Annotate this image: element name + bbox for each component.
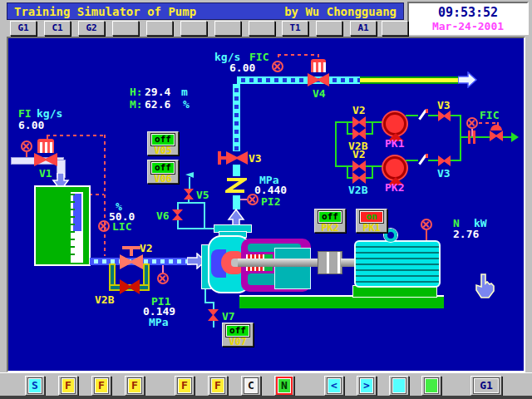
- bottom-button-f3-face[interactable]: F: [128, 378, 141, 393]
- sch-valve-v2-bot[interactable]: [352, 160, 366, 172]
- valve-v2[interactable]: [120, 254, 143, 269]
- clock-date: Mar-24-2001: [409, 20, 527, 32]
- pi2-tag: PI2: [261, 196, 280, 207]
- discharge-pipe-out: [360, 76, 460, 84]
- sch-fic-signal-v: [497, 122, 499, 129]
- sch-out-arrow-icon: [511, 132, 519, 142]
- chevron-left-icon[interactable]: <: [328, 378, 341, 393]
- bottom-button-f2-face[interactable]: F: [95, 378, 108, 393]
- switch-v05-state[interactable]: off: [151, 134, 175, 145]
- pi1-indicator-icon: [157, 273, 169, 284]
- bottom-button-c[interactable]: C: [241, 376, 261, 396]
- sch-fic-label: FIC: [480, 110, 499, 121]
- toolbar-button-12[interactable]: [382, 21, 408, 36]
- sch-fic-valve[interactable]: [490, 131, 503, 141]
- valve-v5[interactable]: [184, 189, 194, 200]
- motor-body[interactable]: [354, 240, 441, 288]
- switch-v07-state[interactable]: off: [226, 325, 249, 337]
- toolbar-button-10[interactable]: [316, 21, 342, 36]
- bottom-button-f1[interactable]: F: [58, 376, 78, 396]
- toolbar-button-8[interactable]: [249, 21, 275, 36]
- title-bar: Training Simulator of Pump by Wu Chonggu…: [7, 2, 404, 20]
- bottom-button-n[interactable]: N: [274, 376, 294, 396]
- switch-v06-state[interactable]: off: [151, 162, 175, 174]
- bottom-button-s[interactable]: S: [25, 376, 45, 396]
- bottom-button-prev[interactable]: <: [324, 376, 344, 396]
- clock-panel: 09:53:52 Mar-24-2001: [407, 2, 529, 35]
- bottom-button-f5-face[interactable]: F: [211, 378, 224, 393]
- sch-v3-bot-label: V3: [437, 168, 451, 179]
- motor-indicator-lead: [426, 230, 427, 240]
- toolbar-button-6[interactable]: [180, 21, 207, 36]
- switch-pk1-label: PK1: [357, 223, 387, 233]
- sch-valve-v2-top[interactable]: [352, 116, 366, 128]
- bottom-button-f2[interactable]: F: [91, 376, 111, 396]
- valve-v3-label: V3: [249, 153, 262, 164]
- head-unit: m: [181, 86, 188, 97]
- sch-pump-pk1[interactable]: [383, 112, 406, 135]
- bottom-button-green[interactable]: [421, 376, 441, 396]
- process-diagram-canvas: FI kg/s 6.00 V1 % 50.0 LIC H: 29.4 m M: …: [7, 37, 525, 372]
- sch-valve-v3-bot[interactable]: [438, 155, 451, 166]
- sch-b4: [428, 160, 439, 161]
- bottom-button-next[interactable]: >: [357, 376, 377, 396]
- switch-pk2[interactable]: off PK2: [314, 209, 346, 233]
- toolbar-button-a1[interactable]: A1: [350, 21, 377, 36]
- bottom-button-f4[interactable]: F: [175, 376, 195, 396]
- bottom-button-f4-face[interactable]: F: [178, 378, 191, 393]
- head-label: H:: [130, 86, 143, 97]
- valve-v3-main[interactable]: [226, 151, 248, 165]
- switch-v06[interactable]: off V06: [147, 160, 179, 184]
- cyan-swatch[interactable]: [392, 378, 406, 393]
- bottom-button-f3[interactable]: F: [125, 376, 145, 396]
- bottom-button-c-face[interactable]: C: [244, 378, 258, 393]
- bottom-button-s-face[interactable]: S: [28, 378, 42, 393]
- bottom-button-f5[interactable]: F: [208, 376, 228, 396]
- valve-v2b-label: V2B: [95, 294, 114, 305]
- lic-signal-line-h: [47, 135, 105, 136]
- fic-signal-h: [278, 54, 319, 56]
- sch-t3: [406, 115, 418, 116]
- sch-pump-pk2[interactable]: [383, 156, 406, 180]
- level-controller-tag: LIC: [112, 221, 131, 232]
- toolbar-button-g2[interactable]: G2: [78, 21, 105, 36]
- valve-v4[interactable]: [308, 73, 329, 86]
- switch-v05[interactable]: off V05: [147, 131, 179, 155]
- switch-pk1[interactable]: on PK1: [356, 209, 387, 233]
- pi2-value: 0.440: [254, 185, 287, 195]
- expansion-joint-icon: [225, 175, 247, 195]
- chevron-right-icon[interactable]: >: [360, 378, 373, 393]
- drain-line-4: [213, 321, 214, 328]
- motor-indicator-icon: [421, 219, 432, 230]
- sch-valve-v2b-bot[interactable]: [352, 172, 366, 184]
- toolbar-button-7[interactable]: [214, 21, 241, 36]
- switch-v06-label: V06: [148, 174, 178, 184]
- switch-pk1-state[interactable]: on: [360, 211, 383, 223]
- valve-v2b[interactable]: [120, 279, 140, 294]
- sch-valve-v2b-top[interactable]: [352, 128, 366, 140]
- valve-v6[interactable]: [172, 209, 183, 220]
- lic-signal-line-v: [104, 135, 106, 256]
- toolbar-button-t1[interactable]: T1: [282, 21, 308, 36]
- toolbar-button-c1[interactable]: C1: [44, 21, 71, 36]
- sch-t1: [335, 121, 353, 123]
- valve-v7[interactable]: [208, 309, 219, 321]
- green-swatch[interactable]: [425, 378, 438, 393]
- switch-v05-label: V05: [148, 145, 178, 155]
- riser-flow-1: [234, 84, 239, 151]
- bottom-button-f1-face[interactable]: F: [62, 378, 75, 393]
- sch-c2: [476, 136, 490, 138]
- bottom-button-n-face[interactable]: N: [278, 378, 291, 393]
- toolbar-button-4[interactable]: [112, 21, 139, 36]
- bottom-button-g1[interactable]: G1: [470, 376, 502, 396]
- torque-unit: %: [183, 99, 190, 110]
- sch-valve-v3-top[interactable]: [438, 111, 451, 121]
- level-controller-icon: [98, 220, 110, 232]
- switch-v07[interactable]: off V07: [222, 323, 254, 347]
- toolbar-button-5[interactable]: [146, 21, 173, 36]
- toolbar-button-g1[interactable]: G1: [10, 21, 37, 36]
- bottom-button-cyan[interactable]: [389, 376, 409, 396]
- switch-pk2-state[interactable]: off: [318, 211, 342, 223]
- bearing-housing: [274, 248, 311, 289]
- bottom-button-g1-face[interactable]: G1: [474, 378, 499, 393]
